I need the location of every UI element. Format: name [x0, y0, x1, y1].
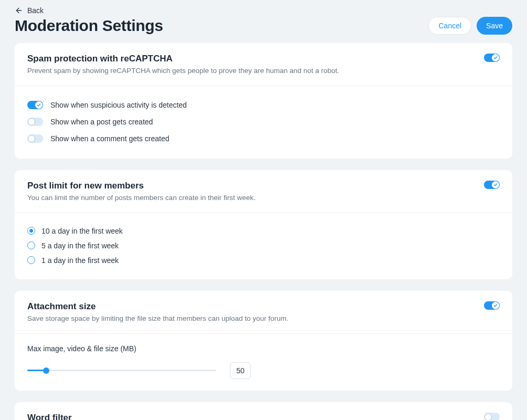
- attachment-toggle[interactable]: [484, 301, 500, 310]
- recaptcha-desc: Prevent spam by showing reCAPTCHA which …: [27, 66, 339, 76]
- radio-icon: [27, 256, 35, 264]
- header-actions: Cancel Save: [428, 17, 512, 35]
- attachment-value-input[interactable]: [230, 362, 251, 379]
- comment-created-label: Show when a comment gets created: [50, 134, 169, 143]
- cancel-button[interactable]: Cancel: [428, 17, 471, 35]
- page-header: Moderation Settings Cancel Save: [15, 17, 512, 35]
- radio-5-label: 5 a day in the first week: [41, 242, 119, 250]
- attachment-card: Attachment size Save storage space by li…: [15, 291, 512, 391]
- recaptcha-toggle[interactable]: [484, 54, 500, 62]
- radio-1-label: 1 a day in the first week: [41, 256, 119, 265]
- back-label: Back: [27, 6, 44, 15]
- suspicious-toggle[interactable]: [27, 101, 43, 109]
- post-limit-card: Post limit for new members You can limit…: [15, 170, 512, 279]
- back-link[interactable]: Back: [15, 6, 512, 15]
- post-created-label: Show when a post gets created: [50, 118, 153, 126]
- word-filter-card: Word filter Combat spam by blocking post…: [15, 402, 512, 420]
- radio-icon: [27, 242, 35, 249]
- radio-icon: [27, 227, 35, 235]
- slider-thumb[interactable]: [43, 368, 49, 374]
- word-filter-title: Word filter: [27, 413, 339, 420]
- radio-1[interactable]: 1 a day in the first week: [27, 253, 500, 268]
- post-limit-toggle[interactable]: [484, 181, 500, 189]
- post-limit-desc: You can limit the number of posts member…: [27, 193, 256, 203]
- recaptcha-card: Spam protection with reCAPTCHA Prevent s…: [15, 43, 512, 159]
- check-icon: [493, 303, 498, 308]
- post-limit-title: Post limit for new members: [27, 181, 256, 191]
- slider-label: Max image, video & file size (MB): [27, 344, 500, 353]
- check-icon: [37, 103, 41, 107]
- word-filter-toggle[interactable]: [484, 413, 500, 420]
- recaptcha-title: Spam protection with reCAPTCHA: [27, 54, 339, 64]
- check-icon: [493, 183, 498, 187]
- attachment-slider[interactable]: [27, 370, 216, 371]
- attachment-desc: Save storage space by limiting the file …: [27, 314, 289, 324]
- arrow-left-icon: [15, 6, 23, 15]
- post-created-toggle[interactable]: [27, 118, 43, 126]
- radio-10-label: 10 a day in the first week: [41, 227, 123, 235]
- save-button[interactable]: Save: [477, 17, 512, 35]
- radio-10[interactable]: 10 a day in the first week: [27, 224, 500, 238]
- radio-5[interactable]: 5 a day in the first week: [27, 238, 500, 253]
- check-icon: [493, 56, 498, 60]
- attachment-title: Attachment size: [27, 301, 289, 312]
- comment-created-toggle[interactable]: [27, 134, 43, 143]
- page-title: Moderation Settings: [15, 17, 163, 35]
- suspicious-label: Show when suspicious activity is detecte…: [50, 101, 187, 109]
